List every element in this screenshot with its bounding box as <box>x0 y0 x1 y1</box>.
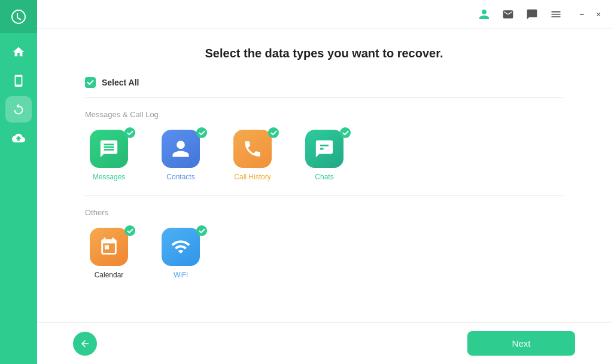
back-button[interactable] <box>73 332 97 356</box>
divider-1 <box>85 97 563 98</box>
mail-button[interactable] <box>500 6 516 23</box>
main-area: − × Select the data types you want to re… <box>37 0 611 364</box>
footer: Next <box>37 322 611 364</box>
calendar-label: Calendar <box>95 271 124 279</box>
sidebar-item-home[interactable] <box>5 39 32 65</box>
select-all-label: Select All <box>102 78 139 87</box>
divider-2 <box>85 195 563 196</box>
contacts-icon <box>162 130 200 168</box>
item-call-history[interactable]: Call History <box>229 130 276 181</box>
next-button[interactable]: Next <box>467 331 575 356</box>
chats-check <box>340 127 351 138</box>
section-title-messages: Messages & Call Log <box>85 110 563 119</box>
close-button[interactable]: × <box>593 9 604 20</box>
wifi-icon <box>162 228 200 266</box>
item-messages[interactable]: Messages <box>85 130 133 181</box>
page-title: Select the data types you want to recove… <box>85 47 563 60</box>
minimize-button[interactable]: − <box>576 9 587 20</box>
menu-button[interactable] <box>548 6 564 23</box>
calendar-check <box>124 225 135 236</box>
contacts-label: Contacts <box>166 173 194 181</box>
item-contacts[interactable]: Contacts <box>157 130 205 181</box>
select-all-checkbox[interactable] <box>85 77 96 88</box>
messages-items-grid: Messages Contacts <box>85 130 563 181</box>
window-controls: − × <box>576 9 604 20</box>
sidebar-item-backup[interactable] <box>5 125 32 151</box>
section-title-others: Others <box>85 208 563 217</box>
item-wifi[interactable]: WiFi <box>157 228 205 279</box>
chats-label: Chats <box>315 173 333 181</box>
sidebar-item-recovery[interactable] <box>5 96 32 123</box>
user-avatar-button[interactable] <box>476 6 493 23</box>
item-calendar[interactable]: Calendar <box>85 228 133 279</box>
messages-check <box>124 127 135 138</box>
select-all-row: Select All <box>85 77 563 88</box>
wifi-check <box>196 225 207 236</box>
sidebar-item-device[interactable] <box>5 68 32 94</box>
titlebar: − × <box>37 0 611 29</box>
item-chats[interactable]: Chats <box>300 130 348 181</box>
call-history-check <box>268 127 279 138</box>
sidebar-navigation <box>5 33 32 364</box>
app-logo <box>0 0 37 33</box>
messages-icon <box>90 130 128 168</box>
call-history-label: Call History <box>234 173 270 181</box>
contacts-check <box>196 127 207 138</box>
sidebar <box>0 0 37 364</box>
chat-button[interactable] <box>524 6 540 23</box>
calendar-icon <box>90 228 128 266</box>
others-items-grid: Calendar WiFi <box>85 228 563 279</box>
call-history-icon <box>233 130 272 168</box>
chats-icon <box>305 130 344 168</box>
page-content: Select the data types you want to recove… <box>37 29 611 322</box>
wifi-label: WiFi <box>174 271 188 279</box>
messages-label: Messages <box>93 173 126 181</box>
